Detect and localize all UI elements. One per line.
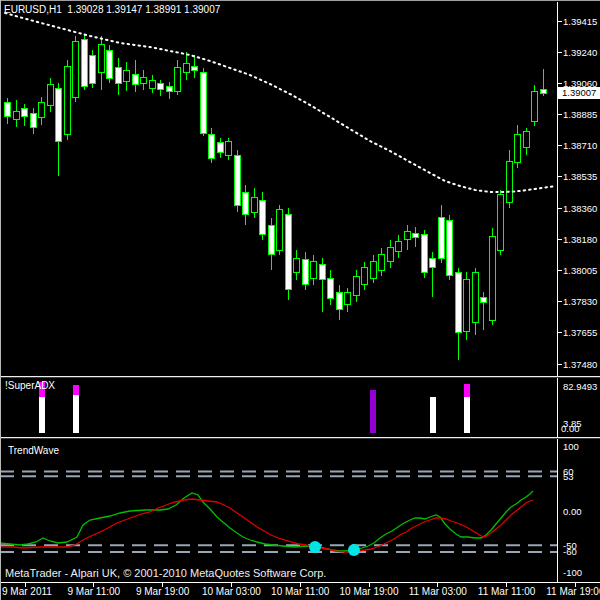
superadx-bars (39, 382, 470, 433)
window-top-edge (0, 0, 600, 1)
trendwave-axis-label: 0.00 (563, 506, 582, 517)
time-axis-label: 9 Mar 11:00 (60, 586, 128, 598)
superadx-axis-zero-label: 0.00 (561, 423, 580, 434)
candlestick-series (5, 34, 547, 360)
trendwave-axis-label: 53 (563, 471, 574, 482)
time-axis-label: 10 Mar 19:00 (335, 586, 403, 598)
time-axis-label: 11 Mar 19:00 (541, 586, 600, 598)
price-axis-label: 1.38180 (563, 234, 597, 245)
price-axis-label: 1.37830 (563, 296, 597, 307)
time-axis-label: 11 Mar 11:00 (473, 586, 541, 598)
current-price-tag: 1.39007 (557, 87, 600, 99)
price-axis-label: 1.38535 (563, 171, 597, 182)
superadx-indicator-label: !SuperADX (5, 380, 55, 391)
time-axis-label: 10 Mar 11:00 (266, 586, 334, 598)
price-axis-label: 1.38885 (563, 109, 597, 120)
trendwave-axis-label: 100 (563, 441, 579, 452)
price-axis-label: 1.39415 (563, 16, 597, 27)
price-axis-label: 1.37480 (563, 359, 597, 370)
copyright-text: MetaTrader - Alpari UK, © 2001-2010 Meta… (5, 568, 326, 579)
time-axis-label: 9 Mar 2011 (2, 586, 52, 598)
superadx-axis-max-label: 82.9493 (563, 381, 597, 392)
metatrader-chart-window: EURUSD,H1 1.39028 1.39147 1.38991 1.3900… (0, 0, 600, 600)
time-axis-label: 10 Mar 03:00 (197, 586, 265, 598)
time-axis-label: 11 Mar 03:00 (404, 586, 472, 598)
trendwave-signal-dot (309, 541, 321, 553)
trendwave-signal-dot (348, 544, 360, 556)
panel-separator-trendwave-shadow (0, 438, 600, 439)
price-axis-label: 1.38360 (563, 203, 597, 214)
trendwave-axis-label: -100 (563, 567, 582, 578)
price-axis-label: 1.37655 (563, 327, 597, 338)
trendwave-indicator-label: TrendWave (8, 445, 59, 456)
time-axis-label: 9 Mar 19:00 (129, 586, 197, 598)
panel-separator-superadx-shadow (0, 377, 600, 378)
chart-title-ohlc: EURUSD,H1 1.39028 1.39147 1.38991 1.3900… (4, 4, 220, 15)
trendwave-axis-label: -60 (563, 546, 577, 557)
chart-canvas[interactable] (0, 0, 600, 600)
window-left-edge (0, 0, 1, 600)
price-axis-label: 1.38710 (563, 140, 597, 151)
ma-dotted-line (5, 13, 556, 192)
price-axis-label: 1.39240 (563, 47, 597, 58)
price-axis-label: 1.38005 (563, 265, 597, 276)
